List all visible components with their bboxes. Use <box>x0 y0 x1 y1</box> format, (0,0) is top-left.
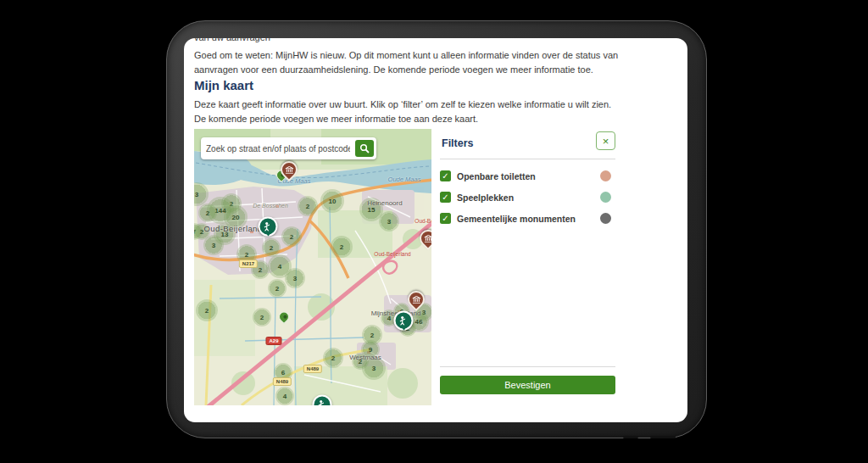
legend-color-dot <box>600 170 611 181</box>
cluster-count: 46 <box>415 318 423 326</box>
cluster-marker[interactable]: 2 <box>253 308 271 326</box>
cluster-count: 3 <box>293 275 297 282</box>
checkbox-checked-icon[interactable]: ✓ <box>440 213 451 224</box>
cluster-marker[interactable]: 2 <box>268 279 287 298</box>
cluster-count: 3 <box>212 242 215 249</box>
cluster-count: 20 <box>232 214 240 221</box>
clipped-top-text: van uw aanvragen <box>194 38 622 43</box>
filters-title: Filters <box>442 137 474 149</box>
cluster-count: 2 <box>270 244 273 252</box>
cluster-count: 3 <box>372 365 376 372</box>
map-place-label: Westmaas <box>349 354 381 361</box>
cluster-count: 2 <box>275 285 279 293</box>
cluster-count: 2 <box>259 266 262 274</box>
filter-label: Openbare toiletten <box>457 171 536 181</box>
cluster-marker[interactable]: 2 <box>323 348 343 368</box>
monument-icon <box>424 235 431 243</box>
legend-color-dot <box>600 213 611 224</box>
map-place-label: Oud-Beijerland <box>374 251 410 257</box>
map-place-label: Oud-Beijerland <box>204 224 263 233</box>
filters-divider-top <box>440 159 615 159</box>
filter-item[interactable]: ✓Openbare toiletten <box>440 165 615 187</box>
filters-header: Filters × <box>440 129 615 159</box>
cluster-count: 2 <box>206 209 209 217</box>
road-shield: A29 <box>265 337 281 345</box>
amenity-icon <box>318 399 327 405</box>
cluster-count: 2 <box>306 203 309 210</box>
cluster-count: 6 <box>281 369 285 377</box>
cluster-marker[interactable]: 2 <box>331 236 353 258</box>
cluster-count: 15 <box>368 206 376 214</box>
filter-item[interactable]: ✓Speelplekken <box>440 187 615 208</box>
filter-label: Gemeentelijke monumenten <box>457 214 576 224</box>
search-button[interactable] <box>355 140 374 157</box>
cluster-count: 4 <box>278 263 281 271</box>
map-place-label: Oud-Beij <box>415 218 431 224</box>
search-input[interactable] <box>201 144 355 153</box>
monument-icon <box>412 296 420 304</box>
screen: van uw aanvragen Goed om te weten: MijnH… <box>184 38 687 422</box>
cluster-marker[interactable]: 3 <box>203 235 224 255</box>
filter-label: Speelplekken <box>457 192 514 203</box>
cluster-marker[interactable]: 3 <box>285 268 305 288</box>
amenity-pin[interactable] <box>394 311 414 331</box>
cluster-count: 10 <box>329 198 337 205</box>
amenity-pin[interactable] <box>259 217 278 237</box>
cluster-count: 3 <box>387 218 391 226</box>
road-shield: N489 <box>273 377 292 386</box>
device-port <box>650 436 676 438</box>
amenity-pin[interactable] <box>313 395 332 406</box>
cluster-count: 9 <box>369 346 372 354</box>
map-place-label: De Bosschen <box>253 203 288 209</box>
confirm-button[interactable]: Bevestigen <box>440 376 615 394</box>
cluster-marker[interactable]: 4 <box>275 387 294 405</box>
filters-divider-bottom <box>440 366 615 367</box>
close-icon: × <box>603 135 609 148</box>
cluster-marker[interactable]: 10 <box>320 189 344 213</box>
map[interactable]: Oude MaasOude MaasDe BosschenHeinenoordO… <box>194 129 431 405</box>
poi-pin[interactable] <box>277 310 292 324</box>
monument-icon <box>285 166 293 174</box>
cluster-count: 4 <box>283 393 287 400</box>
map-place-label: Oude Maas <box>388 176 421 183</box>
cluster-marker[interactable]: 3 <box>379 211 399 232</box>
section-description: Deze kaart geeft informatie over uw buur… <box>194 98 624 126</box>
checkbox-checked-icon[interactable]: ✓ <box>440 170 451 181</box>
filter-list: ✓Openbare toiletten✓Speelplekken✓Gemeent… <box>440 165 615 229</box>
checkbox-checked-icon[interactable]: ✓ <box>440 192 451 203</box>
cluster-marker[interactable]: 2 <box>298 196 318 216</box>
cluster-count: 2 <box>245 251 248 259</box>
cluster-count: 3 <box>195 191 198 198</box>
monument-pin[interactable] <box>416 226 431 250</box>
road-shield: N217 <box>239 259 258 268</box>
filters-footer: Bevestigen <box>440 366 615 394</box>
search-icon <box>359 143 370 153</box>
amenity-icon <box>399 315 409 326</box>
filter-item[interactable]: ✓Gemeentelijke monumenten <box>440 208 615 229</box>
cluster-count: 2 <box>340 243 343 251</box>
intro-text: Goed om te weten: MijnHW is nieuw. Op di… <box>194 48 624 77</box>
page-title: Mijn kaart <box>194 78 253 92</box>
cluster-count: 2 <box>290 233 293 241</box>
device-port <box>623 436 638 438</box>
cluster-count: 2 <box>331 354 335 362</box>
road-shield: N489 <box>303 365 322 373</box>
cluster-marker[interactable]: 2 <box>281 226 302 247</box>
legend-color-dot <box>600 192 611 203</box>
amenity-icon <box>264 221 273 232</box>
cluster-count: 2 <box>260 314 264 321</box>
cluster-count: 2 <box>205 307 209 315</box>
map-search-bar <box>201 137 376 159</box>
map-place-label: Heinenoord <box>367 199 402 207</box>
cluster-count: 2 <box>370 332 374 339</box>
cluster-marker[interactable]: 2 <box>198 204 217 222</box>
filters-panel: Filters × ✓Openbare toiletten✓Speelplekk… <box>440 129 615 405</box>
cluster-marker[interactable]: 2 <box>362 325 382 345</box>
close-button[interactable]: × <box>596 131 615 150</box>
cluster-marker[interactable]: 2 <box>196 299 218 321</box>
